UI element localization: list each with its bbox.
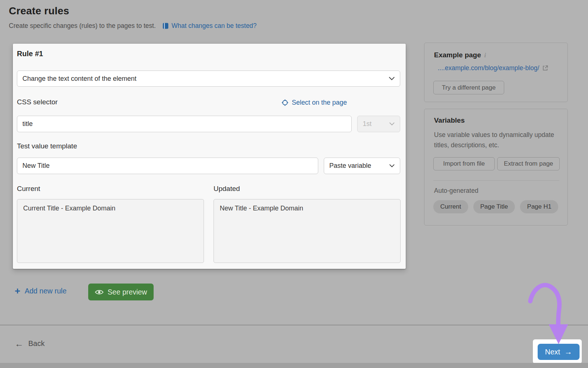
add-new-rule-button[interactable]: + Add new rule bbox=[15, 286, 67, 295]
updated-preview-box: New Title - Example Domain bbox=[214, 199, 401, 263]
chevron-down-icon bbox=[389, 122, 395, 126]
divider bbox=[433, 180, 559, 181]
next-arrow-icon: → bbox=[564, 349, 572, 355]
example-page-url-link[interactable]: ....example.com/blog/example-blog/ bbox=[438, 64, 548, 72]
paste-variable-select[interactable]: Paste variable bbox=[324, 158, 400, 174]
add-new-rule-label: Add new rule bbox=[25, 287, 67, 295]
back-label: Back bbox=[28, 339, 44, 348]
paste-variable-label: Paste variable bbox=[329, 162, 371, 170]
annotation-arrow bbox=[522, 277, 577, 349]
rule-action-select[interactable]: Change the text content of the element bbox=[17, 71, 400, 87]
match-index-select[interactable]: 1st bbox=[357, 116, 400, 132]
example-page-title: Example page bbox=[434, 51, 481, 59]
back-button[interactable]: ← Back bbox=[15, 339, 44, 348]
current-preview-text: Current Title - Example Domain bbox=[23, 205, 115, 212]
see-preview-button[interactable]: See preview bbox=[88, 284, 154, 300]
next-button[interactable]: Next → bbox=[538, 344, 580, 360]
info-icon[interactable]: i bbox=[484, 52, 486, 59]
extract-from-page-button[interactable]: Extract from page bbox=[497, 157, 560, 170]
test-value-label: Test value template bbox=[17, 142, 77, 150]
create-rules-screen: Create rules Create specific changes (ru… bbox=[0, 0, 588, 368]
chevron-down-icon bbox=[389, 164, 395, 167]
variables-buttons-row: Import from file Extract from page bbox=[433, 157, 560, 170]
auto-generated-label: Auto-generated bbox=[434, 187, 478, 195]
variables-card: Variables Use variable values to dynamic… bbox=[424, 109, 568, 226]
updated-label: Updated bbox=[214, 185, 240, 193]
rule-action-select-value: Change the text content of the element bbox=[22, 75, 136, 83]
auto-generated-chips: Current Page Title Page H1 bbox=[433, 200, 558, 213]
page-subtitle-row: Create specific changes (rules) to the p… bbox=[9, 22, 257, 30]
test-value-input[interactable] bbox=[17, 158, 318, 174]
variables-description: Use variable values to dynamically updat… bbox=[434, 130, 557, 150]
chip-page-title[interactable]: Page Title bbox=[473, 200, 515, 213]
chip-page-h1[interactable]: Page H1 bbox=[520, 200, 558, 213]
book-icon bbox=[162, 22, 169, 29]
plus-icon: + bbox=[15, 286, 20, 295]
chevron-down-icon bbox=[389, 77, 395, 80]
variables-title: Variables bbox=[434, 116, 465, 125]
footer-divider bbox=[0, 325, 588, 325]
current-label: Current bbox=[17, 185, 40, 193]
external-link-icon bbox=[542, 65, 548, 71]
css-selector-input[interactable] bbox=[17, 116, 352, 132]
rule-title: Rule #1 bbox=[17, 50, 43, 58]
example-page-title-row: Example page i bbox=[434, 51, 486, 59]
crosshair-icon bbox=[282, 99, 288, 106]
example-page-card: Example page i ....example.com/blog/exam… bbox=[424, 43, 568, 102]
rule-card: Rule #1 Change the text content of the e… bbox=[13, 44, 406, 269]
page-title: Create rules bbox=[9, 5, 69, 17]
import-from-file-button[interactable]: Import from file bbox=[433, 157, 495, 170]
chip-current[interactable]: Current bbox=[433, 200, 468, 213]
select-on-page-label: Select on the page bbox=[292, 99, 347, 107]
variables-title-row: Variables bbox=[434, 116, 465, 125]
back-arrow-icon: ← bbox=[15, 340, 24, 347]
current-preview-box: Current Title - Example Domain bbox=[17, 199, 204, 263]
bottom-strip bbox=[0, 363, 588, 368]
try-different-page-button[interactable]: Try a different page bbox=[433, 81, 504, 94]
next-label: Next bbox=[545, 348, 560, 356]
see-preview-label: See preview bbox=[108, 288, 147, 296]
css-selector-label: CSS selector bbox=[17, 98, 58, 106]
help-link-label: What changes can be tested? bbox=[172, 22, 257, 30]
next-button-highlight: Next → bbox=[533, 339, 582, 364]
example-page-url: ....example.com/blog/example-blog/ bbox=[438, 64, 539, 72]
select-on-page-link[interactable]: Select on the page bbox=[282, 99, 347, 107]
eye-icon bbox=[95, 289, 104, 295]
match-index-value: 1st bbox=[363, 120, 372, 128]
page-subtitle: Create specific changes (rules) to the p… bbox=[9, 22, 156, 30]
updated-preview-text: New Title - Example Domain bbox=[220, 205, 303, 212]
help-link[interactable]: What changes can be tested? bbox=[162, 22, 257, 30]
